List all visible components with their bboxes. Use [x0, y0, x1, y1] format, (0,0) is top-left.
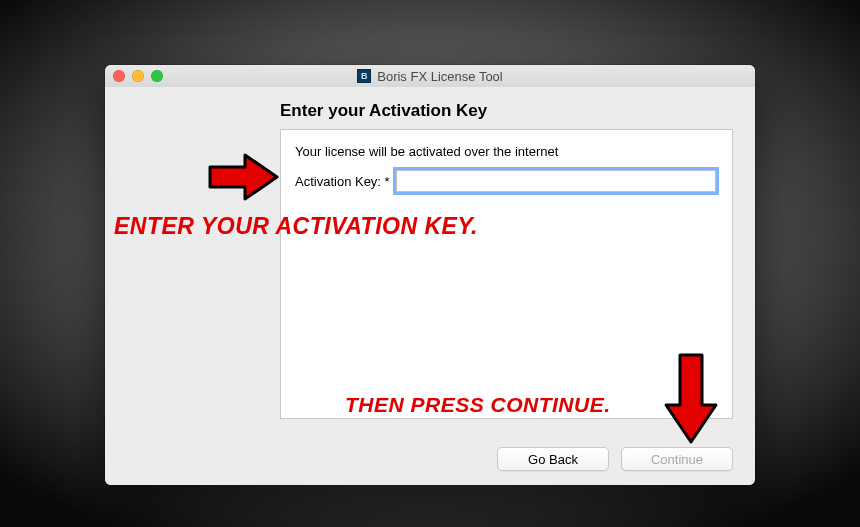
license-tool-window: Boris FX License Tool Enter your Activat…	[105, 65, 755, 485]
traffic-lights	[113, 70, 163, 82]
zoom-icon[interactable]	[151, 70, 163, 82]
activation-key-label: Activation Key: *	[295, 174, 390, 189]
go-back-label: Go Back	[528, 452, 578, 467]
activation-panel: Your license will be activated over the …	[280, 129, 733, 419]
minimize-icon[interactable]	[132, 70, 144, 82]
button-row: Go Back Continue	[497, 447, 733, 471]
window-content: Enter your Activation Key Your license w…	[105, 87, 755, 485]
go-back-button[interactable]: Go Back	[497, 447, 609, 471]
activation-key-row: Activation Key: *	[295, 170, 716, 192]
continue-label: Continue	[651, 452, 703, 467]
activation-key-input[interactable]	[396, 170, 716, 192]
window-title: Boris FX License Tool	[377, 69, 503, 84]
close-icon[interactable]	[113, 70, 125, 82]
info-text: Your license will be activated over the …	[295, 144, 558, 159]
continue-button[interactable]: Continue	[621, 447, 733, 471]
window-title-wrap: Boris FX License Tool	[357, 69, 503, 84]
titlebar: Boris FX License Tool	[105, 65, 755, 88]
app-icon	[357, 69, 371, 83]
page-heading: Enter your Activation Key	[280, 101, 487, 121]
